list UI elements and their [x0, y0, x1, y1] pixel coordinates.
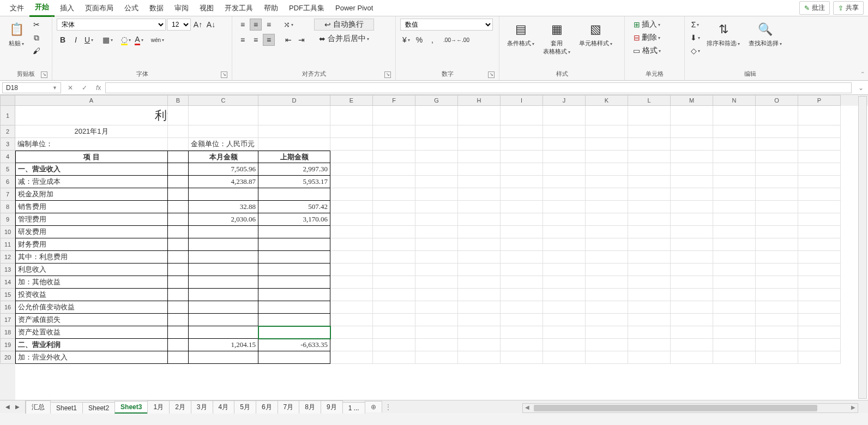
cell[interactable]: [628, 125, 671, 138]
item-cell[interactable]: 财务费用: [15, 238, 168, 251]
cell[interactable]: [671, 238, 713, 251]
row-header[interactable]: 9: [0, 213, 15, 226]
italic-button[interactable]: I: [70, 34, 82, 46]
cell[interactable]: [586, 351, 628, 364]
cell[interactable]: [756, 264, 798, 276]
col-header[interactable]: F: [373, 95, 415, 106]
cell[interactable]: [458, 163, 501, 176]
cell[interactable]: [415, 351, 458, 364]
sheet-tab[interactable]: 9月: [321, 400, 343, 414]
tab-insert[interactable]: 插入: [55, 0, 80, 16]
cell[interactable]: [415, 264, 458, 276]
unit-left[interactable]: 编制单位：: [15, 138, 168, 151]
cell[interactable]: [458, 188, 501, 201]
cell[interactable]: [373, 226, 415, 238]
col-header[interactable]: E: [330, 95, 373, 106]
cell[interactable]: [458, 314, 501, 326]
cell[interactable]: [330, 351, 373, 364]
bold-button[interactable]: B: [57, 34, 69, 46]
cell[interactable]: [458, 201, 501, 213]
row-header[interactable]: 4: [0, 151, 15, 163]
cell[interactable]: [373, 213, 415, 226]
merge-center-button[interactable]: ⬌ 合并后居中: [314, 33, 374, 45]
enter-formula-button[interactable]: ✓: [77, 84, 92, 92]
cell[interactable]: [458, 213, 501, 226]
cell[interactable]: [628, 213, 671, 226]
conditional-format-button[interactable]: ▤条件格式: [504, 19, 538, 50]
cell[interactable]: [373, 238, 415, 251]
cancel-formula-button[interactable]: ✕: [63, 84, 77, 92]
cell[interactable]: [756, 351, 798, 364]
cell[interactable]: [713, 351, 756, 364]
collapse-ribbon-button[interactable]: ⌃: [858, 71, 867, 79]
cell[interactable]: [168, 351, 189, 364]
cell[interactable]: [756, 213, 798, 226]
tab-file[interactable]: 文件: [4, 0, 29, 16]
cell[interactable]: [258, 106, 330, 125]
cell[interactable]: [458, 264, 501, 276]
cell[interactable]: [458, 339, 501, 351]
cell[interactable]: [798, 226, 841, 238]
autosum-button[interactable]: Σ: [689, 19, 701, 31]
formula-input[interactable]: [105, 82, 852, 93]
cell[interactable]: [330, 163, 373, 176]
cell[interactable]: [168, 339, 189, 351]
format-cells-button[interactable]: ▭ 格式: [629, 45, 665, 57]
vertical-scrollbar[interactable]: [858, 96, 867, 399]
cell[interactable]: [330, 276, 373, 289]
cell[interactable]: [415, 201, 458, 213]
cell[interactable]: [543, 125, 586, 138]
cell[interactable]: [586, 314, 628, 326]
cell[interactable]: [798, 301, 841, 314]
cell[interactable]: [671, 226, 713, 238]
cell[interactable]: [713, 106, 756, 125]
cell[interactable]: [671, 264, 713, 276]
cell[interactable]: [415, 314, 458, 326]
cell[interactable]: [258, 138, 330, 151]
cell[interactable]: [458, 289, 501, 301]
tab-help[interactable]: 帮助: [258, 0, 284, 16]
current-amount-cell[interactable]: 4,238.87: [189, 176, 258, 188]
current-amount-cell[interactable]: [189, 188, 258, 201]
prev-amount-cell[interactable]: [258, 326, 330, 339]
row-header[interactable]: 18: [0, 326, 15, 339]
cell[interactable]: [798, 125, 841, 138]
item-cell[interactable]: 一、营业收入: [15, 163, 168, 176]
cell[interactable]: [501, 314, 543, 326]
current-amount-cell[interactable]: [189, 238, 258, 251]
cell[interactable]: [168, 188, 189, 201]
cell[interactable]: [798, 251, 841, 264]
prev-amount-cell[interactable]: [258, 238, 330, 251]
cell[interactable]: [798, 289, 841, 301]
col-header[interactable]: P: [798, 95, 841, 106]
cell[interactable]: [798, 106, 841, 125]
cell[interactable]: [713, 314, 756, 326]
percent-button[interactable]: %: [413, 34, 425, 46]
col-header[interactable]: B: [168, 95, 189, 106]
cell[interactable]: [543, 301, 586, 314]
item-cell[interactable]: 减：营业成本: [15, 176, 168, 188]
cell[interactable]: [415, 251, 458, 264]
cell[interactable]: [671, 301, 713, 314]
prev-amount-cell[interactable]: [258, 289, 330, 301]
increase-decimal-button[interactable]: .00→: [444, 34, 456, 46]
tab-review[interactable]: 审阅: [169, 0, 194, 16]
col-header[interactable]: J: [543, 95, 586, 106]
cell[interactable]: [628, 326, 671, 339]
tab-pdf[interactable]: PDF工具集: [284, 0, 330, 16]
cell[interactable]: [798, 188, 841, 201]
current-amount-cell[interactable]: [189, 264, 258, 276]
cell[interactable]: [713, 163, 756, 176]
cell[interactable]: [373, 326, 415, 339]
row-header[interactable]: 10: [0, 226, 15, 238]
cell[interactable]: [373, 289, 415, 301]
delete-cells-button[interactable]: ⊟ 删除: [629, 32, 665, 44]
wrap-text-button[interactable]: ↩ 自动换行: [314, 19, 374, 31]
cell[interactable]: [756, 163, 798, 176]
cell[interactable]: [543, 351, 586, 364]
cell[interactable]: [628, 251, 671, 264]
cell[interactable]: [798, 201, 841, 213]
cell[interactable]: [330, 106, 373, 125]
cell[interactable]: [330, 176, 373, 188]
cell[interactable]: [543, 251, 586, 264]
